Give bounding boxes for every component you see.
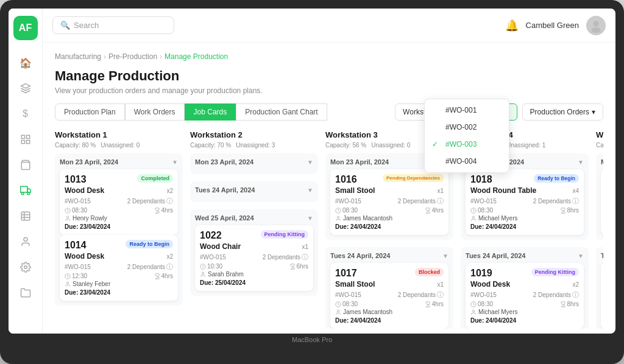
dropdown-item-WO-002[interactable]: #WO-002 bbox=[425, 119, 509, 136]
production-orders-filter[interactable]: Production Orders ▾ bbox=[522, 103, 603, 121]
search-box[interactable]: 🔍 Search bbox=[52, 16, 174, 34]
card-qty: x2 bbox=[166, 187, 173, 194]
sidebar-icon-table[interactable] bbox=[15, 205, 37, 227]
hourglass-icon: 4hrs bbox=[154, 207, 173, 214]
date-chevron-icon: ▼ bbox=[578, 253, 584, 259]
date-header-2-1[interactable]: Tues 24 April, 2024▼ bbox=[195, 186, 313, 194]
card-deps: 2 Dependants ⓘ bbox=[398, 197, 444, 206]
ws-column-2: Workstation 2 Capacity: 70 % Unassigned:… bbox=[190, 130, 318, 329]
date-header-4-1[interactable]: Tues 24 April, 2024▼ bbox=[466, 252, 584, 259]
dropdown-item-WO-004[interactable]: #WO-004 bbox=[425, 153, 509, 170]
date-group-5-0: Mon 23 April, 2024▼ 1020 Wood Bench x2 #… bbox=[596, 153, 603, 240]
date-header-3-1[interactable]: Tues 24 April, 2024▼ bbox=[330, 252, 448, 259]
card-time-row: 08:30 8hrs bbox=[470, 207, 579, 214]
avatar[interactable] bbox=[586, 16, 606, 35]
card-top: 1013 Completed bbox=[65, 174, 173, 185]
job-card-1022[interactable]: 1022 Pending Kitting Wood Chair x1 #WO-0… bbox=[195, 225, 313, 291]
date-chevron-icon: ▼ bbox=[442, 253, 448, 259]
ws-unassigned-2: Unassigned: 3 bbox=[236, 142, 275, 149]
date-chevron-icon: ▼ bbox=[578, 159, 584, 166]
card-wo-row: #WO-015 2 Dependants ⓘ bbox=[200, 253, 308, 262]
date-header-5-1[interactable]: Tues 24 April, 2024▼ bbox=[601, 252, 603, 259]
hourglass-icon: 6hrs bbox=[289, 263, 308, 270]
breadcrumb-manufacturing[interactable]: Manufacturing bbox=[55, 52, 101, 61]
sidebar-icon-home[interactable]: 🏠 bbox=[15, 52, 37, 74]
card-person: James Macantosh bbox=[335, 309, 444, 315]
job-card-1016[interactable]: 1016 Pending Dependancies Small Stool x1… bbox=[330, 169, 448, 235]
job-card-1020[interactable]: 1020 Wood Bench x2 #WO-015 2 Dependants … bbox=[601, 169, 603, 235]
deps-info-icon: ⓘ bbox=[572, 197, 579, 206]
svg-rect-7 bbox=[21, 212, 30, 220]
tab-job-cards[interactable]: Job Cards bbox=[185, 103, 236, 121]
sidebar-icon-user[interactable] bbox=[15, 231, 37, 253]
ws-name-2: Workstation 2 bbox=[190, 130, 243, 139]
sidebar-icon-settings[interactable] bbox=[15, 256, 37, 278]
notification-bell-icon[interactable]: 🔔 bbox=[505, 19, 519, 32]
date-header-5-0[interactable]: Mon 23 April, 2024▼ bbox=[601, 158, 603, 166]
breadcrumb-preproduction[interactable]: Pre-Production bbox=[108, 52, 157, 61]
date-label: Tues 24 April, 2024 bbox=[195, 186, 255, 194]
ws-name-5: Workstation 5 bbox=[596, 130, 603, 139]
card-deps: 2 Dependants ⓘ bbox=[533, 197, 579, 206]
card-number: 1014 bbox=[65, 240, 87, 251]
card-product-row: Wood Round Table x4 bbox=[470, 186, 579, 195]
job-card-1021[interactable]: 1021 Wood Bench x2 #WO-015 2 Dependants … bbox=[601, 263, 603, 329]
card-deps: 2 Dependants ⓘ bbox=[398, 290, 444, 299]
card-qty: x1 bbox=[437, 187, 444, 194]
clock-icon: 08:30 bbox=[470, 301, 493, 307]
card-product: Small Stool bbox=[335, 280, 375, 289]
svg-point-19 bbox=[337, 216, 339, 218]
date-chevron-icon: ▼ bbox=[307, 187, 313, 194]
job-card-1017[interactable]: 1017 Blocked Small Stool x1 #WO-015 2 De… bbox=[330, 263, 448, 329]
kanban-area: Workstation 1 Capacity: 80 % Unassigned:… bbox=[55, 130, 603, 334]
svg-point-17 bbox=[202, 272, 204, 274]
job-card-1018[interactable]: 1018 Ready to Begin Wood Round Table x4 … bbox=[466, 169, 584, 235]
sidebar-icon-folder[interactable] bbox=[15, 282, 37, 304]
date-group-3-1: Tues 24 April, 2024▼ 1017 Blocked Small … bbox=[325, 247, 453, 329]
page-subtitle: View your production orders and manage y… bbox=[55, 86, 603, 95]
date-label: Tues 24 April, 2024 bbox=[466, 252, 525, 259]
svg-point-25 bbox=[472, 310, 474, 312]
sidebar-icon-grid[interactable] bbox=[15, 128, 37, 150]
ws-name-3: Workstation 3 bbox=[325, 130, 378, 139]
sidebar-icon-dollar[interactable]: $ bbox=[15, 103, 37, 125]
app-logo[interactable]: AF bbox=[13, 16, 38, 40]
ws-capacity-1: Capacity: 80 % bbox=[55, 142, 96, 149]
card-wo: #WO-015 bbox=[65, 264, 91, 270]
sidebar-icon-cart[interactable] bbox=[15, 154, 37, 176]
date-header-2-2[interactable]: Wed 25 April, 2024▼ bbox=[195, 214, 313, 222]
card-due: Due: 23/04/2024 bbox=[65, 289, 173, 296]
date-header-2-0[interactable]: Mon 23 April, 2024▼ bbox=[195, 158, 313, 166]
card-number: 1019 bbox=[470, 268, 492, 279]
tab-work-orders[interactable]: Work Orders bbox=[125, 103, 185, 121]
hourglass-icon: 4hrs bbox=[425, 207, 444, 214]
breadcrumb-sep-2: › bbox=[160, 52, 162, 61]
card-product-row: Small Stool x1 bbox=[335, 186, 444, 195]
tab-production-plan[interactable]: Production Plan bbox=[55, 103, 125, 121]
card-wo-row: #WO-015 2 Dependants ⓘ bbox=[65, 197, 173, 206]
card-top: 1016 Pending Dependancies bbox=[335, 174, 444, 185]
card-wo-row: #WO-015 2 Dependants ⓘ bbox=[335, 290, 444, 299]
ws-cards-1: Mon 23 April, 2024▼ 1013 Completed Wood … bbox=[55, 153, 183, 329]
ws-column-5: Workstation 5 Capacity: 20 % Unassigned:… bbox=[596, 130, 603, 329]
ws-unassigned-1: Unassigned: 0 bbox=[101, 142, 140, 149]
sidebar-icon-production[interactable] bbox=[15, 180, 37, 201]
card-due: Due: 24/04/2024 bbox=[335, 317, 444, 324]
dropdown-item-WO-001[interactable]: #WO-001 bbox=[425, 102, 509, 119]
card-wo: #WO-015 bbox=[200, 254, 226, 261]
sidebar-icon-layers[interactable] bbox=[15, 77, 37, 99]
ws-header-5: Workstation 5 bbox=[596, 130, 603, 139]
card-time-row: 12:30 4hrs bbox=[65, 273, 173, 279]
card-number: 1018 bbox=[470, 174, 492, 185]
dropdown-item-WO-003[interactable]: ✓ #WO-003 bbox=[425, 136, 509, 153]
job-card-1019[interactable]: 1019 Pending Kitting Wood Desk x2 #WO-01… bbox=[466, 263, 584, 329]
card-wo: #WO-015 bbox=[335, 198, 361, 205]
tab-gant-chart[interactable]: Production Gant Chart bbox=[236, 103, 327, 121]
hourglass-icon: 8hrs bbox=[560, 207, 579, 214]
card-product-row: Wood Chair x1 bbox=[200, 242, 308, 251]
date-header-1-0[interactable]: Mon 23 April, 2024▼ bbox=[60, 158, 178, 166]
card-top: 1014 Ready to Begin bbox=[65, 240, 173, 251]
card-badge: Blocked bbox=[415, 268, 444, 276]
job-card-1013[interactable]: 1013 Completed Wood Desk x2 #WO-015 2 De… bbox=[60, 169, 178, 235]
job-card-1014[interactable]: 1014 Ready to Begin Wood Desk x2 #WO-015… bbox=[60, 235, 178, 301]
